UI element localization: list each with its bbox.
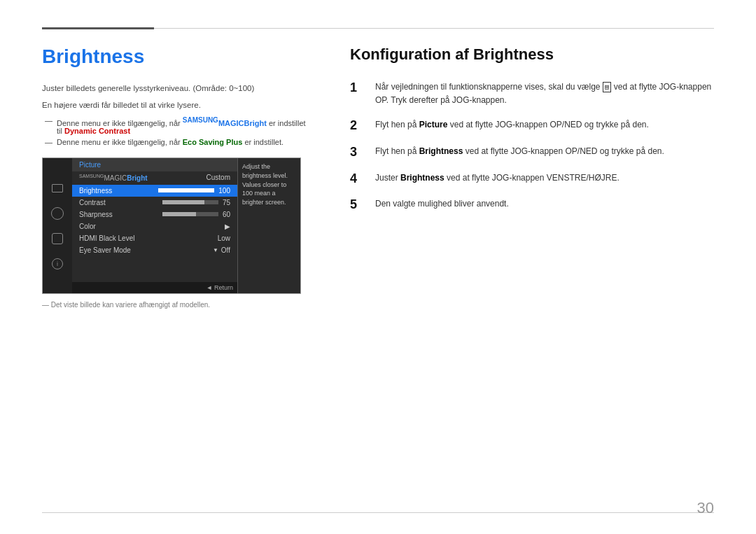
note-line-2: Denne menu er ikke tilgængelig, når Eco … xyxy=(42,138,308,146)
step-number-3: 3 xyxy=(350,145,370,160)
monitor-sidebar: i xyxy=(43,158,72,293)
step-item-2: 2 Flyt hen på Picture ved at flytte JOG-… xyxy=(350,118,714,134)
content-area: Brightness Juster billedets generelle ly… xyxy=(42,45,714,512)
magic-bright-row: SAMSUNGMAGICBright Custom xyxy=(72,171,237,184)
steps-list: 1 Når vejledningen til funktionsknappern… xyxy=(350,80,714,213)
menu-item-color: Color ▶ xyxy=(72,220,237,232)
monitor-icon-gear xyxy=(50,231,65,246)
menu-item-brightness: Brightness 100 xyxy=(72,185,237,197)
step-text-5: Den valgte mulighed bliver anvendt. xyxy=(375,197,714,211)
page-container: Brightness Juster billedets generelle ly… xyxy=(0,0,756,534)
step-number-1: 1 xyxy=(350,80,370,96)
note2-text: Denne menu er ikke tilgængelig, når Eco … xyxy=(57,138,284,146)
step-item-1: 1 Når vejledningen til funktionsknappern… xyxy=(350,80,714,107)
magic-bright-item-value: Custom xyxy=(206,174,230,182)
page-number: 30 xyxy=(697,499,714,517)
monitor-icon-circle xyxy=(50,206,65,221)
description-line2: En højere værdi får billedet til at virk… xyxy=(42,99,308,111)
footnote: ― Det viste billede kan variere afhængig… xyxy=(42,301,308,309)
step-item-4: 4 Juster Brightness ved at flytte JOG-kn… xyxy=(350,171,714,187)
monitor-icon-display xyxy=(50,181,65,196)
step-text-2: Flyt hen på Picture ved at flytte JOG-kn… xyxy=(375,118,714,132)
monitor-menu: Picture SAMSUNGMAGICBright Custom Bright… xyxy=(72,158,237,282)
return-label: ◄ Return xyxy=(206,284,233,291)
note1-text: Denne menu er ikke tilgængelig, når SAMS… xyxy=(57,116,308,136)
step-number-5: 5 xyxy=(350,197,370,213)
step-number-2: 2 xyxy=(350,118,370,134)
eco-saving-plus-label: Eco Saving Plus xyxy=(183,138,243,146)
right-column: Konfiguration af Brightness 1 Når vejled… xyxy=(336,45,714,512)
bottom-divider xyxy=(42,512,714,513)
step-item-5: 5 Den valgte mulighed bliver anvendt. xyxy=(350,197,714,213)
menu-header: Picture xyxy=(72,158,237,171)
magic-bright-item-label: SAMSUNGMAGICBright xyxy=(79,174,148,182)
monitor-screenshot: i Picture SAMSUNGMAGICBright Custom xyxy=(42,157,301,294)
monitor-menu-area: Picture SAMSUNGMAGICBright Custom Bright… xyxy=(72,158,237,293)
dynamic-contrast-label: Dynamic Contrast xyxy=(64,127,130,135)
menu-item-hdmi: HDMI Black Level Low xyxy=(72,232,237,244)
return-bar: ◄ Return xyxy=(72,282,237,293)
step-number-4: 4 xyxy=(350,171,370,187)
page-title: Brightness xyxy=(42,45,308,68)
top-divider xyxy=(42,28,714,29)
description-line1: Juster billedets generelle lysstyrkenive… xyxy=(42,82,308,94)
menu-item-sharpness: Sharpness 60 xyxy=(72,209,237,220)
step-text-4: Juster Brightness ved at flytte JOG-knap… xyxy=(375,171,714,185)
step-text-1: Når vejledningen til funktionsknapperne … xyxy=(375,80,714,107)
magic-brand-label: SAMSUNG xyxy=(183,116,218,124)
monitor-tooltip: Adjust the brightness level. Values clos… xyxy=(237,158,300,293)
step-item-3: 3 Flyt hen på Brightness ved at flytte J… xyxy=(350,145,714,160)
section-title: Konfiguration af Brightness xyxy=(350,45,714,64)
magic-bright-label: MAGICBright xyxy=(218,118,267,127)
menu-item-eye-saver: Eye Saver Mode ▼Off xyxy=(72,244,237,256)
step-text-3: Flyt hen på Brightness ved at flytte JOG… xyxy=(375,145,714,158)
note-line-1: Denne menu er ikke tilgængelig, når SAMS… xyxy=(42,116,308,136)
monitor-inner: i Picture SAMSUNGMAGICBright Custom xyxy=(43,158,300,293)
monitor-icon-info: i xyxy=(50,256,65,272)
left-column: Brightness Juster billedets generelle ly… xyxy=(42,45,308,512)
menu-item-contrast: Contrast 75 xyxy=(72,197,237,209)
